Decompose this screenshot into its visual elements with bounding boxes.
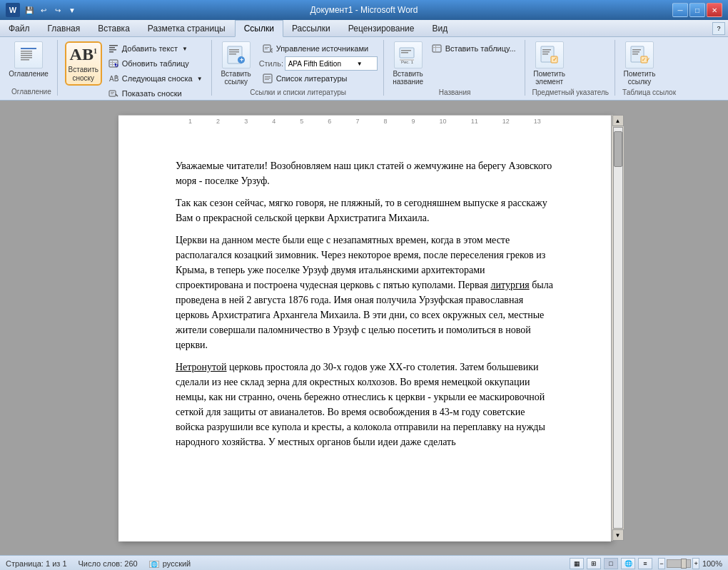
- tab-layout[interactable]: Разметка страницы: [139, 20, 235, 36]
- group-index: ✓ Пометить элемент Предметный указатель: [527, 40, 615, 96]
- scroll-up-button[interactable]: ▲: [612, 115, 624, 126]
- mark-entry-icon: ✓: [535, 41, 564, 68]
- view-fullscreen-btn[interactable]: ⊞: [587, 558, 601, 569]
- next-footnote-label: Следующая сноска: [122, 74, 193, 83]
- tab-home[interactable]: Главная: [39, 20, 90, 36]
- tab-mailings[interactable]: Рассылки: [283, 20, 340, 36]
- tab-references[interactable]: Ссылки: [235, 20, 283, 37]
- insert-footnote-button[interactable]: AB1 Вставитьсноску: [65, 41, 102, 86]
- save-quick-btn[interactable]: 💾: [23, 4, 36, 16]
- scroll-track[interactable]: [613, 127, 623, 529]
- manage-sources-button[interactable]: ⚙ Управление источниками: [259, 41, 378, 56]
- word-app-icon: W: [6, 3, 20, 17]
- svg-rect-35: [265, 79, 269, 80]
- mark-citation-label: Пометить ссылку: [622, 70, 657, 86]
- group-citations-content: + Вставить ссылку ⚙: [219, 40, 378, 87]
- group-toc-content: Оглавление: [11, 40, 51, 86]
- vertical-scrollbar: ▲ ▼: [611, 115, 624, 541]
- next-footnote-button[interactable]: AB 1 → Следующая сноска ▼: [105, 71, 206, 86]
- insert-citation-button[interactable]: + Вставить ссылку: [219, 41, 253, 86]
- mark-citation-button[interactable]: ✓✓ Пометить ссылку: [622, 41, 657, 86]
- svg-rect-7: [109, 47, 115, 49]
- svg-text:+: +: [240, 56, 243, 63]
- style-dropdown[interactable]: APA Fifth Edition ▼: [285, 56, 378, 71]
- svg-rect-42: [433, 47, 441, 48]
- group-table-citations-label: Таблица ссылок: [622, 87, 676, 96]
- group-index-label: Предметный указатель: [532, 87, 609, 96]
- view-layout-btn[interactable]: □: [604, 558, 618, 569]
- tab-insert[interactable]: Вставка: [89, 20, 139, 36]
- style-value: APA Fifth Edition: [288, 60, 341, 68]
- paragraph-1: Уважаемые читатели! Возобновляем наш цик…: [176, 158, 554, 188]
- toc-button[interactable]: Оглавление: [11, 41, 46, 78]
- add-text-label: Добавить текст: [122, 44, 178, 53]
- zoom-control: − + 100%: [658, 558, 722, 569]
- scroll-thumb[interactable]: [614, 131, 622, 167]
- svg-rect-23: [229, 49, 239, 51]
- group-captions-content: Рис. 1 Вставить название Вставить таблиц…: [391, 40, 519, 87]
- svg-rect-38: [401, 52, 408, 54]
- svg-rect-29: [265, 47, 269, 48]
- ribbon-tabs: Файл Главная Вставка Разметка страницы С…: [0, 20, 728, 37]
- customize-quick-btn[interactable]: ▼: [66, 4, 79, 16]
- redo-quick-btn[interactable]: ↪: [51, 4, 64, 16]
- group-citations-label: Ссылки и списки литературы: [219, 87, 378, 96]
- document-main: 12345678910111213 Уважаемые читатели! Во…: [0, 101, 728, 555]
- undo-quick-btn[interactable]: ↩: [37, 4, 50, 16]
- update-table-button[interactable]: ↻ Обновить таблицу: [105, 56, 206, 71]
- ribbon-help-btn[interactable]: ?: [712, 22, 725, 35]
- group-index-content: ✓ Пометить элемент: [532, 40, 609, 87]
- style-dropdown-arrow: ▼: [357, 61, 363, 67]
- group-captions-label: Названия: [391, 87, 519, 96]
- footnote-small-buttons: Добавить текст ▼ ↻: [105, 41, 206, 101]
- toc-icon: [14, 41, 43, 68]
- zoom-in-btn[interactable]: +: [692, 558, 699, 569]
- maximize-button[interactable]: □: [689, 3, 705, 17]
- view-outline-btn[interactable]: ≡: [638, 558, 652, 569]
- paragraph-3: Церкви на данном месте были еще с незапа…: [176, 233, 554, 352]
- add-text-arrow: ▼: [182, 46, 188, 52]
- document-page[interactable]: Уважаемые читатели! Возобновляем наш цик…: [118, 116, 611, 541]
- manage-sources-label: Управление источниками: [276, 44, 368, 53]
- svg-rect-33: [265, 76, 271, 77]
- tab-file[interactable]: Файл: [0, 20, 39, 36]
- insert-caption-label: Вставить название: [391, 70, 425, 86]
- svg-rect-41: [433, 45, 441, 52]
- language-indicator: 🌐 русский: [149, 559, 191, 568]
- svg-rect-6: [109, 45, 118, 46]
- svg-rect-46: [542, 51, 550, 53]
- bibliography-button[interactable]: Список литературы: [259, 71, 378, 86]
- table-figures-icon: [431, 43, 443, 54]
- zoom-out-btn[interactable]: −: [658, 558, 665, 569]
- mark-entry-label: Пометить элемент: [532, 70, 567, 86]
- svg-rect-19: [111, 92, 114, 93]
- next-footnote-icon: AB 1 →: [108, 73, 119, 84]
- minimize-button[interactable]: ─: [672, 3, 688, 17]
- svg-rect-52: [632, 51, 639, 53]
- svg-text:→: →: [115, 76, 118, 83]
- ribbon-content: Оглавление Оглавление AB1 Вставитьсноску: [0, 37, 728, 100]
- insert-table-figures-button[interactable]: Вставить таблицу...: [428, 41, 519, 56]
- tab-view[interactable]: Вид: [423, 20, 457, 36]
- view-web-btn[interactable]: 🌐: [621, 558, 635, 569]
- close-button[interactable]: ✕: [707, 3, 722, 17]
- tab-review[interactable]: Рецензирование: [340, 20, 424, 36]
- svg-text:⚙: ⚙: [270, 47, 273, 54]
- insert-citation-label: Вставить ссылку: [219, 70, 253, 86]
- show-notes-label: Показать сноски: [122, 89, 182, 98]
- quick-access-toolbar: 💾 ↩ ↪ ▼: [23, 4, 79, 16]
- insert-caption-button[interactable]: Рис. 1 Вставить название: [391, 41, 425, 86]
- mark-entry-button[interactable]: ✓ Пометить элемент: [532, 41, 567, 86]
- superscript-icon: 1: [93, 47, 97, 55]
- toc-label: Оглавление: [9, 70, 49, 78]
- status-bar: Страница: 1 из 1 Число слов: 260 🌐 русск…: [0, 555, 728, 570]
- add-text-button[interactable]: Добавить текст ▼: [105, 41, 206, 56]
- svg-rect-3: [21, 55, 32, 56]
- view-normal-btn[interactable]: ▦: [570, 558, 584, 569]
- group-toc: Оглавление Оглавление: [6, 40, 58, 96]
- captions-small-buttons: Вставить таблицу...: [428, 41, 519, 56]
- scroll-down-button[interactable]: ▼: [612, 529, 624, 541]
- group-citations: + Вставить ссылку ⚙: [213, 40, 384, 96]
- show-notes-button[interactable]: Показать сноски: [105, 86, 206, 101]
- zoom-slider[interactable]: [667, 559, 692, 568]
